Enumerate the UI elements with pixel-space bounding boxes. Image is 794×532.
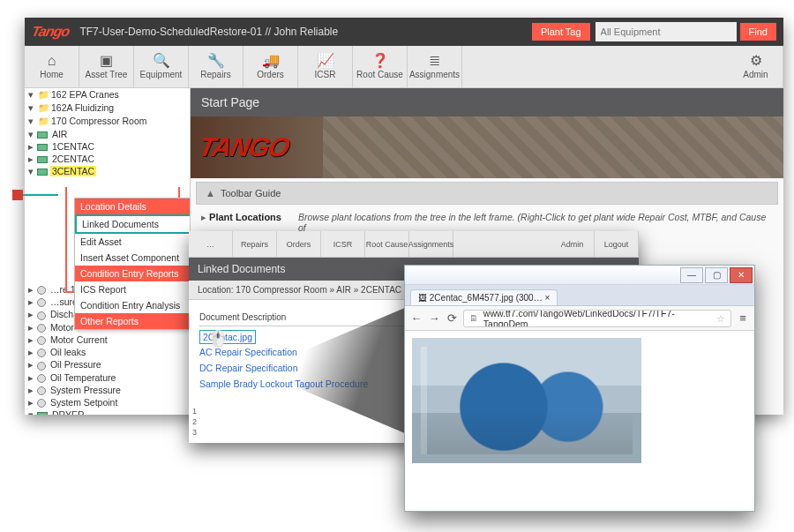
machine-icon	[37, 412, 48, 415]
toolbar-assignments[interactable]: ≣Assignments	[408, 46, 462, 87]
gauge-icon	[37, 362, 46, 371]
ld-num[interactable]: 2	[192, 416, 197, 427]
toolbar-label: Root Cause	[356, 70, 403, 79]
ld-tb-icsr[interactable]: ICSR	[321, 231, 365, 257]
linked-image	[412, 338, 641, 463]
context-menu: Location Details Linked Documents Edit A…	[74, 198, 191, 330]
banner-logo: TANGO	[196, 132, 291, 162]
ctx-location-details[interactable]: Location Details	[75, 199, 191, 214]
machine-icon	[37, 169, 48, 176]
gauge-icon	[37, 324, 46, 333]
toolbar-label: Assignments	[409, 70, 460, 79]
equipment-search-input[interactable]	[596, 22, 737, 41]
ld-tb-admin[interactable]: Admin	[551, 231, 595, 257]
menu-icon[interactable]: ≡	[737, 311, 749, 325]
tree-node[interactable]: ▾📁170 Compressor Room	[25, 115, 190, 128]
tree-node-air[interactable]: ▾ AIR	[25, 128, 190, 140]
plant-locations-hint: Browse plant locations from the tree in …	[298, 212, 773, 233]
tree-node-selected[interactable]: ▾ 3CENTAC	[25, 165, 190, 177]
ctx-ics-report[interactable]: ICS Report	[75, 281, 191, 297]
ld-num[interactable]: 1	[192, 406, 197, 416]
tree-node[interactable]: ▾📁162A Fluidizing	[25, 101, 190, 115]
ctx-other-reports[interactable]: Other Reports	[75, 313, 191, 329]
app-title: TF7-User-Demo-ScheduledRestore-01 // Joh…	[79, 26, 532, 38]
toolbar-label: Asset Tree	[86, 70, 128, 79]
plant-tag-button[interactable]: Plant Tag	[532, 23, 590, 41]
toolbar-spacer	[462, 46, 729, 87]
top-bar: Tango TF7-User-Demo-ScheduledRestore-01 …	[25, 18, 783, 46]
tab-title: 2Centac_6M4577.jpg (300…	[430, 293, 543, 303]
toolbar-admin[interactable]: ⚙Admin	[729, 46, 783, 87]
url-text: www.tf7.com/TangoWeb/LinkedDocs/TF7/TF7-…	[483, 310, 716, 327]
tree-node[interactable]: ▸ 1CENTAC	[25, 140, 190, 153]
ld-tb-logout[interactable]: Logout	[595, 231, 639, 257]
ld-tb-orders[interactable]: Orders	[277, 231, 321, 257]
toolbar-asset-tree[interactable]: ▣Asset Tree	[79, 46, 134, 87]
toolbar-icsr[interactable]: 📈ICSR	[298, 46, 353, 87]
toolbar-orders[interactable]: 🚚Orders	[243, 46, 298, 87]
ld-tb-assignments[interactable]: Assignments	[409, 231, 453, 257]
gauge-icon	[37, 386, 46, 395]
page-icon: 🗎	[469, 313, 480, 323]
nav-forward-icon[interactable]: →	[428, 311, 440, 325]
maximize-button[interactable]: ▢	[705, 267, 728, 283]
ctx-insert-asset-component[interactable]: Insert Asset Component	[75, 250, 191, 266]
chart-icon: 📈	[317, 54, 334, 68]
asset-tree-pane[interactable]: ▾📁162 EPA Cranes ▾📁162A Fluidizing ▾📁170…	[25, 88, 191, 415]
ld-toolbar: … Repairs Orders ICSR Root Cause Assignm…	[189, 231, 639, 258]
toolbar-label: ICSR	[315, 70, 336, 79]
ld-tb-root-cause[interactable]: Root Cause	[365, 231, 409, 257]
toolbar-label: Orders	[257, 70, 284, 79]
tree-node[interactable]: ▸ Oil Pressure	[25, 358, 190, 371]
star-icon[interactable]: ☆	[716, 313, 725, 324]
minimize-button[interactable]: —	[680, 267, 703, 283]
list-icon: ≣	[429, 54, 440, 68]
gear-icon: ⚙	[750, 54, 762, 68]
tree-node-dryer[interactable]: ▾ DRYER	[25, 408, 190, 415]
toolbar-repairs[interactable]: 🔧Repairs	[189, 46, 243, 87]
tree-node[interactable]: ▸ System Pressure	[25, 384, 190, 396]
ctx-condition-entry-reports[interactable]: Condition Entry Reports	[75, 266, 191, 281]
home-icon: ⌂	[48, 54, 56, 68]
browser-address-bar: ← → ⟳ 🗎 www.tf7.com/TangoWeb/LinkedDocs/…	[405, 306, 754, 331]
url-field[interactable]: 🗎 www.tf7.com/TangoWeb/LinkedDocs/TF7/TF…	[463, 310, 731, 327]
page-title: Start Page	[191, 88, 783, 116]
toolbar-label: Equipment	[140, 70, 183, 79]
tree-node[interactable]: ▸ 2CENTAC	[25, 153, 190, 165]
ld-tb-item[interactable]: …	[189, 231, 233, 257]
tree-node[interactable]: ▸ Oil Temperature	[25, 371, 190, 384]
toolbar-home[interactable]: ⌂Home	[25, 46, 79, 87]
ctx-linked-documents[interactable]: Linked Documents	[75, 214, 191, 234]
ld-page-numbers: 1 2 3	[192, 406, 197, 438]
tree-node[interactable]: ▸ Motor Current	[25, 333, 190, 346]
wrench-icon: 🔧	[207, 54, 225, 68]
question-icon: ❓	[371, 54, 389, 68]
ld-tb-repairs[interactable]: Repairs	[233, 231, 277, 257]
tab-close-icon[interactable]: ×	[544, 293, 550, 303]
ld-num[interactable]: 3	[192, 427, 197, 438]
browser-titlebar: — ▢ ✕	[405, 266, 754, 285]
browser-window: — ▢ ✕ 🖼 2Centac_6M4577.jpg (300… × ← → ⟳…	[404, 265, 755, 512]
gauge-icon	[37, 374, 46, 383]
ctx-condition-entry-analysis[interactable]: Condition Entry Analysis	[75, 297, 191, 313]
toolbar-equipment[interactable]: 🔍Equipment	[134, 46, 189, 87]
ld-tb-spacer	[453, 231, 551, 257]
chevron-down-icon: ▲	[206, 188, 215, 199]
toolbar-guide-accordion[interactable]: ▲ Toolbar Guide	[196, 182, 778, 205]
truck-icon: 🚚	[262, 54, 280, 68]
tree-node[interactable]: ▾📁162 EPA Cranes	[25, 88, 190, 101]
tree-node[interactable]: ▸ Oil leaks	[25, 346, 190, 358]
reload-icon[interactable]: ⟳	[446, 311, 458, 325]
banner: TANGO	[191, 116, 783, 178]
toolbar-root-cause[interactable]: ❓Root Cause	[353, 46, 408, 87]
gauge-icon	[37, 298, 46, 307]
ctx-edit-asset[interactable]: Edit Asset	[75, 234, 191, 250]
gauge-icon	[37, 286, 46, 295]
tree-node[interactable]: ▸ System Setpoint	[25, 396, 190, 408]
ld-doc-link-highlight[interactable]: 2Centac.jpg	[199, 330, 256, 344]
find-button[interactable]: Find	[740, 23, 776, 41]
browser-tab[interactable]: 🖼 2Centac_6M4577.jpg (300… ×	[410, 289, 558, 305]
toolbar-label: Home	[40, 70, 64, 79]
close-button[interactable]: ✕	[730, 267, 753, 283]
nav-back-icon[interactable]: ←	[410, 311, 423, 325]
